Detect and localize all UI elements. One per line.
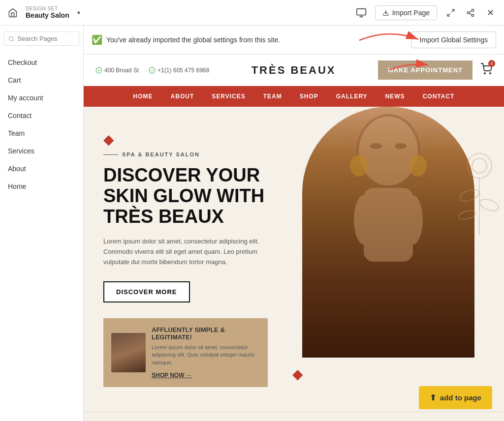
hero-card-content: AFFLUENTLY SIMPLE & LEGITIMATE! Lorem ip…: [152, 326, 260, 379]
svg-point-23: [354, 195, 374, 244]
nav-news[interactable]: NEWS: [377, 86, 414, 107]
svg-point-25: [350, 155, 368, 177]
hero-card-title: AFFLUENTLY SIMPLE & LEGITIMATE!: [152, 326, 260, 341]
site-header: 400 Broad St +1(1) 605 475 6968 TRÈS BEA…: [84, 55, 504, 86]
sidebar-item-myaccount[interactable]: My account: [4, 89, 79, 107]
site-name: Beauty Salon: [26, 11, 69, 19]
expand-icon[interactable]: [443, 5, 459, 21]
site-navigation: HOME ABOUT SERVICES TEAM SHOP GALLERY NE…: [84, 86, 504, 107]
hero-description: Lorem ipsum dolor sit amet, consectetur …: [103, 237, 268, 267]
main-layout: Checkout Cart My account Contact Team Se…: [0, 26, 504, 421]
check-icon: ✅: [92, 34, 102, 45]
phone-info: +1(1) 605 475 6968: [149, 67, 209, 74]
notification-message: ✅ You've already imported the global set…: [92, 34, 280, 45]
sidebar-item-checkout[interactable]: Checkout: [4, 54, 79, 71]
notification-bar: ✅ You've already imported the global set…: [84, 26, 504, 55]
svg-point-31: [478, 197, 500, 213]
website-preview[interactable]: 400 Broad St +1(1) 605 475 6968 TRÈS BEA…: [84, 55, 504, 421]
svg-rect-0: [357, 8, 366, 15]
nav-home[interactable]: HOME: [125, 86, 162, 107]
svg-point-7: [467, 11, 470, 14]
nav-gallery[interactable]: GALLERY: [327, 86, 377, 107]
hero-section: ◆ SPA & BEAUTY SALON DISCOVER YOUR SKIN …: [84, 107, 504, 412]
sidebar-item-team[interactable]: Team: [4, 124, 79, 142]
home-icon[interactable]: [6, 6, 20, 20]
svg-point-21: [395, 143, 407, 149]
nav-about[interactable]: ABOUT: [162, 86, 203, 107]
cart-count-badge: 0: [488, 60, 495, 67]
svg-point-19: [359, 117, 418, 185]
svg-point-17: [490, 73, 491, 74]
address-info: 400 Broad St: [95, 67, 139, 74]
bottom-section: WHAT WE PROVIDE ◆: [84, 412, 504, 421]
sidebar-item-cart[interactable]: Cart: [4, 71, 79, 89]
sidebar-item-contact[interactable]: Contact: [4, 107, 79, 124]
svg-point-32: [458, 209, 477, 221]
svg-line-12: [12, 40, 13, 41]
site-title: TRÈS BEAUX: [252, 64, 336, 77]
hero-card-desc: Lorem ipsum dolor sit amet, consectetur …: [152, 344, 260, 366]
svg-line-4: [452, 9, 454, 12]
site-header-left: 400 Broad St +1(1) 605 475 6968: [95, 67, 209, 74]
flower-decoration: [457, 146, 502, 237]
share-icon[interactable]: [463, 5, 478, 21]
shop-now-link[interactable]: SHOP NOW →: [152, 372, 192, 379]
check-circle-icon: [95, 67, 102, 74]
svg-point-28: [472, 158, 487, 173]
sidebar-item-home[interactable]: Home: [4, 178, 79, 195]
close-icon[interactable]: ✕: [482, 5, 498, 21]
hero-left: ◆ SPA & BEAUTY SALON DISCOVER YOUR SKIN …: [84, 107, 287, 412]
content-area: ✅ You've already imported the global set…: [84, 26, 504, 421]
add-to-page-label: add to page: [440, 393, 481, 402]
monitor-icon[interactable]: [353, 5, 369, 21]
discover-more-button[interactable]: DISCOVER MORE: [103, 281, 190, 302]
hero-diamond-icon: ◆: [103, 131, 268, 148]
svg-point-30: [459, 187, 480, 203]
nav-team[interactable]: TEAM: [254, 86, 291, 107]
nav-contact[interactable]: CONTACT: [414, 86, 464, 107]
check-circle-icon-2: [149, 67, 156, 74]
sidebar: Checkout Cart My account Contact Team Se…: [0, 26, 84, 421]
import-page-button[interactable]: Import Page: [375, 5, 437, 20]
top-bar: DESIGN SET Beauty Salon ▾ Import Page ✕: [0, 0, 504, 26]
svg-point-16: [484, 73, 485, 74]
svg-line-5: [447, 13, 450, 16]
preview-inner: 400 Broad St +1(1) 605 475 6968 TRÈS BEA…: [84, 55, 504, 421]
search-input[interactable]: [17, 35, 75, 42]
site-header-right: MAKE APPOINTMENT 0: [378, 60, 492, 80]
import-page-label: Import Page: [392, 9, 430, 17]
hero-person-image: [302, 107, 474, 358]
hero-title: DISCOVER YOUR SKIN GLOW WITH TRÈS BEAUX: [103, 165, 268, 227]
make-appointment-button[interactable]: MAKE APPOINTMENT: [378, 60, 472, 80]
hero-arch-container: [302, 107, 474, 358]
search-icon: [8, 35, 14, 42]
svg-point-8: [472, 14, 474, 17]
svg-point-20: [370, 143, 382, 149]
cart-icon[interactable]: 0: [480, 63, 492, 77]
nav-shop[interactable]: SHOP: [291, 86, 327, 107]
import-global-settings-button[interactable]: Import Global Settings: [411, 31, 496, 48]
design-set-info: DESIGN SET Beauty Salon: [26, 6, 69, 19]
svg-line-10: [469, 10, 472, 12]
top-bar-actions: ✕: [443, 5, 498, 21]
hero-right-diamond: ◆: [292, 366, 303, 382]
add-to-page-icon: ⬆: [430, 393, 436, 402]
svg-point-24: [403, 195, 423, 244]
search-box[interactable]: [4, 31, 79, 46]
chevron-down-icon[interactable]: ▾: [77, 9, 80, 16]
sidebar-item-about[interactable]: About: [4, 160, 79, 178]
hero-right: ◆: [287, 107, 504, 412]
svg-point-11: [9, 36, 13, 40]
hero-promo-card: AFFLUENTLY SIMPLE & LEGITIMATE! Lorem ip…: [103, 318, 268, 387]
svg-point-6: [472, 9, 474, 11]
person-silhouette: [334, 112, 442, 348]
nav-services[interactable]: SERVICES: [203, 86, 254, 107]
sidebar-item-services[interactable]: Services: [4, 142, 79, 160]
add-to-page-button[interactable]: ⬆ add to page: [419, 386, 492, 409]
svg-point-26: [409, 155, 427, 177]
design-set-label: DESIGN SET: [26, 6, 69, 11]
svg-line-9: [469, 13, 472, 15]
hero-card-image: [111, 333, 146, 372]
hero-subtitle: SPA & BEAUTY SALON: [103, 151, 268, 157]
svg-point-27: [467, 153, 492, 178]
